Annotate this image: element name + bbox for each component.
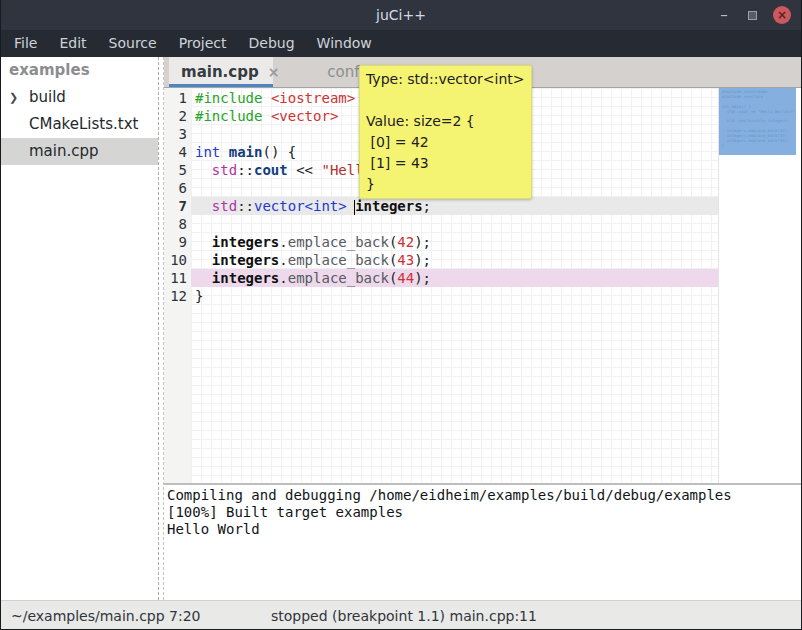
menu-source[interactable]: Source xyxy=(98,30,168,57)
line-number[interactable]: 10 xyxy=(164,251,191,269)
line-number[interactable]: 9 xyxy=(164,233,191,251)
project-name-header: examples xyxy=(1,57,158,84)
minimize-icon[interactable]: – xyxy=(716,10,732,20)
menu-edit[interactable]: Edit xyxy=(48,30,97,57)
code-line-10[interactable]: integers.emplace_back(43); xyxy=(191,251,718,269)
line-number[interactable]: 4 xyxy=(164,143,191,161)
tooltip-line: [1] = 43 xyxy=(366,153,525,174)
line-number[interactable]: 12 xyxy=(164,287,191,305)
line-number[interactable]: 3 xyxy=(164,125,191,143)
tree-item-label: CMakeLists.txt xyxy=(29,115,138,133)
console-line: [100%] Built target examples xyxy=(167,504,801,521)
status-file-location: ~/examples/main.cpp 7:20 xyxy=(1,608,201,624)
restore-icon[interactable] xyxy=(748,11,757,20)
scrollbar-strip[interactable] xyxy=(796,88,801,483)
tooltip-line xyxy=(366,90,525,111)
code-line-9[interactable]: integers.emplace_back(42); xyxy=(191,233,718,251)
tab-main-cpp[interactable]: main.cpp× xyxy=(169,57,273,87)
line-number[interactable]: 11 xyxy=(164,269,191,287)
minimap[interactable]: #include <iostream> #include <vector> in… xyxy=(718,88,796,483)
menu-window[interactable]: Window xyxy=(306,30,383,57)
tree-item-main-cpp[interactable]: main.cpp xyxy=(1,138,158,165)
tree-item-build[interactable]: ❯build xyxy=(1,84,158,111)
chevron-right-icon[interactable]: ❯ xyxy=(9,84,18,111)
tooltip-line: Type: std::vector<int> xyxy=(366,69,525,90)
console-line: Hello World xyxy=(167,521,801,538)
status-debug-state: stopped (breakpoint 1.1) main.cpp:11 xyxy=(271,608,537,624)
window-controls: – × xyxy=(716,0,791,30)
console-output[interactable]: Compiling and debugging /home/eidheim/ex… xyxy=(164,483,801,600)
tree-item-cmakelists-txt[interactable]: CMakeLists.txt xyxy=(1,111,158,138)
tree-item-label: build xyxy=(29,88,66,106)
menu-debug[interactable]: Debug xyxy=(238,30,306,57)
code-line-8[interactable] xyxy=(191,215,718,233)
tooltip-line: Value: size=2 { xyxy=(366,111,525,132)
file-tree-panel: examples ❯buildCMakeLists.txtmain.cpp xyxy=(1,57,158,600)
line-number[interactable]: 7 xyxy=(164,197,191,215)
tooltip-line: } xyxy=(366,174,525,195)
minimap-viewport[interactable] xyxy=(719,88,796,155)
statusbar: ~/examples/main.cpp 7:20 stopped (breakp… xyxy=(1,600,801,630)
line-number[interactable]: 2 xyxy=(164,107,191,125)
line-number[interactable]: 6 xyxy=(164,179,191,197)
debug-value-tooltip: Type: std::vector<int> Value: size=2 { [… xyxy=(359,65,532,199)
code-line-12[interactable]: } xyxy=(191,287,718,305)
window-title: juCi++ xyxy=(376,7,426,23)
line-number[interactable]: 5 xyxy=(164,161,191,179)
code-line-7[interactable]: std::vector<int> integers; xyxy=(191,197,718,215)
gutter[interactable]: 123456789101112 xyxy=(164,88,191,483)
file-tree: ❯buildCMakeLists.txtmain.cpp xyxy=(1,84,158,165)
menubar: FileEditSourceProjectDebugWindow xyxy=(1,30,801,57)
console-line: Compiling and debugging /home/eidheim/ex… xyxy=(167,487,801,504)
titlebar[interactable]: juCi++ – × xyxy=(1,0,801,30)
tooltip-line: [0] = 42 xyxy=(366,132,525,153)
tree-item-label: main.cpp xyxy=(29,142,99,160)
menu-project[interactable]: Project xyxy=(168,30,238,57)
line-number[interactable]: 1 xyxy=(164,89,191,107)
tab-label: main.cpp xyxy=(181,63,259,81)
menu-file[interactable]: File xyxy=(3,30,48,57)
line-number[interactable]: 8 xyxy=(164,215,191,233)
code-line-11[interactable]: integers.emplace_back(44); xyxy=(191,269,718,287)
close-icon[interactable]: × xyxy=(773,6,791,24)
app-window: juCi++ – × FileEditSourceProjectDebugWin… xyxy=(0,0,802,630)
